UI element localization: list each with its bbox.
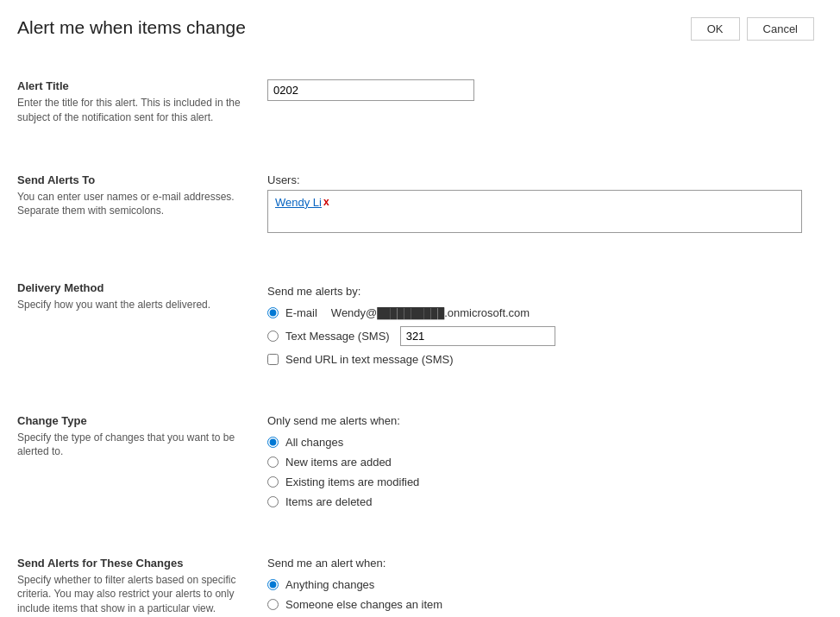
cancel-button[interactable]: Cancel	[747, 17, 814, 41]
change-type-heading: Change Type	[17, 414, 241, 427]
sms-radio-label: Text Message (SMS)	[285, 330, 390, 343]
user-name[interactable]: Wendy Li	[275, 196, 322, 209]
change-type-desc: Specify the type of changes that you wan…	[17, 431, 241, 460]
send-url-label: Send URL in text message (SMS)	[285, 353, 454, 366]
send-alerts-changes-section: Send Alerts for These Changes Specify wh…	[17, 532, 814, 617]
send-alerts-option-0: Anything changes	[267, 578, 814, 591]
change-type-radio-2[interactable]	[267, 476, 279, 488]
user-tag: Wendy Lix	[275, 196, 329, 209]
email-value: Wendy@██████████.onmicrosoft.com	[331, 306, 530, 319]
email-radio[interactable]	[267, 307, 279, 318]
sms-radio-row: Text Message (SMS)	[267, 326, 814, 346]
send-alerts-label-0: Anything changes	[285, 578, 374, 591]
send-alerts-radio-0[interactable]	[267, 579, 279, 590]
email-radio-row: E-mail Wendy@██████████.onmicrosoft.com	[267, 306, 814, 319]
change-type-label-col: Change Type Specify the type of changes …	[17, 399, 259, 524]
alert-title-input[interactable]	[267, 79, 474, 101]
send-alerts-to-section: Send Alerts To You can enter user names …	[17, 149, 814, 257]
change-type-label-1: New items are added	[285, 456, 392, 469]
send-alerts-to-content: Users: Wendy Lix	[259, 158, 814, 249]
delivery-method-content: Send me alerts by: E-mail Wendy@████████…	[259, 269, 814, 381]
send-alerts-changes-content: Send me an alert when: Anything changes …	[259, 541, 814, 617]
change-type-option-0: All changes	[267, 436, 814, 449]
only-send-label: Only send me alerts when:	[267, 414, 814, 427]
delivery-method-heading: Delivery Method	[17, 281, 241, 294]
alert-title-content	[259, 64, 814, 141]
email-radio-label: E-mail	[285, 306, 317, 319]
user-remove-button[interactable]: x	[323, 196, 329, 208]
send-alerts-changes-desc: Specify whether to filter alerts based o…	[17, 573, 241, 616]
delivery-method-section: Delivery Method Specify how you want the…	[17, 257, 814, 390]
top-buttons: OK Cancel	[691, 17, 814, 41]
change-type-label-2: Existing items are modified	[285, 475, 419, 488]
change-type-label-3: Items are deleted	[285, 495, 372, 508]
change-type-option-3: Items are deleted	[267, 495, 814, 508]
alert-title-desc: Enter the title for this alert. This is …	[17, 96, 241, 125]
send-url-checkbox[interactable]	[267, 354, 279, 365]
send-url-row: Send URL in text message (SMS)	[267, 353, 814, 366]
delivery-method-label-col: Delivery Method Specify how you want the…	[17, 266, 259, 381]
change-type-radio-0[interactable]	[267, 437, 279, 448]
send-alerts-to-heading: Send Alerts To	[17, 173, 241, 186]
send-alerts-changes-heading: Send Alerts for These Changes	[17, 557, 241, 570]
alert-title-section: Alert Title Enter the title for this ale…	[17, 55, 814, 149]
ok-button[interactable]: OK	[691, 17, 740, 41]
change-type-radio-3[interactable]	[267, 496, 279, 507]
send-me-alert-when-label: Send me an alert when:	[267, 557, 814, 570]
delivery-method-desc: Specify how you want the alerts delivere…	[17, 298, 241, 312]
page-container: Alert me when items change OK Cancel Ale…	[0, 0, 840, 617]
change-type-radio-1[interactable]	[267, 456, 279, 468]
delivery-radio-group: E-mail Wendy@██████████.onmicrosoft.com …	[267, 306, 814, 366]
change-type-section: Change Type Specify the type of changes …	[17, 390, 814, 532]
alert-title-label-col: Alert Title Enter the title for this ale…	[17, 64, 259, 141]
send-alerts-changes-label-col: Send Alerts for These Changes Specify wh…	[17, 541, 259, 617]
send-alerts-to-desc: You can enter user names or e-mail addre…	[17, 190, 241, 219]
send-alerts-changes-radio-group: Anything changes Someone else changes an…	[267, 578, 814, 617]
change-type-label-0: All changes	[285, 436, 343, 449]
change-type-radio-group: All changes New items are added Existing…	[267, 436, 814, 508]
sms-radio[interactable]	[267, 331, 279, 342]
alert-title-heading: Alert Title	[17, 79, 241, 92]
sms-input[interactable]	[400, 326, 555, 346]
users-label: Users:	[267, 173, 814, 186]
change-type-option-2: Existing items are modified	[267, 475, 814, 488]
send-alerts-label-1: Someone else changes an item	[285, 598, 442, 611]
change-type-option-1: New items are added	[267, 456, 814, 469]
send-me-alerts-by-label: Send me alerts by:	[267, 285, 814, 298]
send-alerts-to-label-col: Send Alerts To You can enter user names …	[17, 158, 259, 249]
users-box[interactable]: Wendy Lix	[267, 190, 802, 233]
change-type-content: Only send me alerts when: All changes Ne…	[259, 399, 814, 524]
send-alerts-option-1: Someone else changes an item	[267, 598, 814, 611]
send-alerts-radio-1[interactable]	[267, 599, 279, 610]
